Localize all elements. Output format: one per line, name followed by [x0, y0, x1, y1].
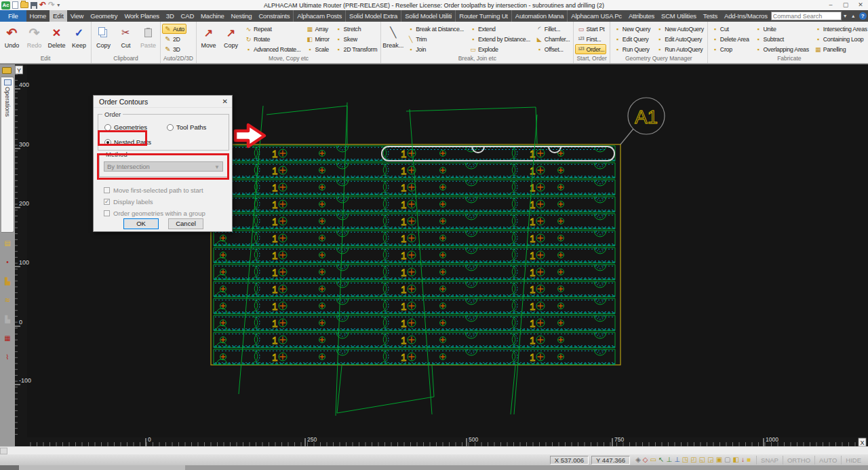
tab-file[interactable]: File: [0, 10, 26, 22]
panelling-button[interactable]: ▦Panelling: [812, 44, 868, 54]
view-tool-icon-10[interactable]: ◲: [707, 455, 713, 465]
tab-attributes[interactable]: Attributes: [625, 10, 658, 22]
radio-tool-paths[interactable]: Tool Paths: [167, 123, 206, 131]
help-icon[interactable]: ?: [859, 12, 867, 20]
view-tool-icon-3[interactable]: ▭: [650, 455, 656, 465]
view-tool-icon-8[interactable]: ◰: [690, 455, 696, 465]
cut-button[interactable]: ✂Cut: [115, 22, 137, 55]
tab-view[interactable]: View: [67, 10, 87, 22]
dialog-close-icon[interactable]: ✕: [222, 98, 228, 105]
unite-button[interactable]: ▪Unite: [753, 24, 811, 34]
delete-area-button[interactable]: ▪Delete Area: [709, 34, 751, 44]
sidebar-tool-icon-4[interactable]: ≋: [3, 296, 12, 305]
close-button[interactable]: ✕: [853, 0, 868, 10]
tab-solid-model-utiliti[interactable]: Solid Model Utiliti: [401, 10, 455, 22]
new-autoquery-button[interactable]: ▪New AutoQuery: [654, 24, 706, 34]
save-icon[interactable]: [31, 2, 37, 9]
extend-by-distance-button[interactable]: ▪Extend by Distance...: [467, 34, 532, 44]
scrollbar-left-box[interactable]: [0, 448, 7, 454]
overlapping-areas-button[interactable]: ▪Overlapping Areas: [753, 44, 811, 54]
tab-machine[interactable]: Machine: [197, 10, 228, 22]
run-query-button[interactable]: ▪Run Query: [612, 44, 652, 54]
search-dropdown-icon[interactable]: ▼: [843, 14, 848, 18]
repeat-button[interactable]: ∿Repeat: [243, 24, 302, 34]
rotate-button[interactable]: ↻Rotate: [243, 34, 302, 44]
extend-button[interactable]: ▪Extend: [467, 24, 532, 34]
chamfer-button[interactable]: ◣Chamfer...: [534, 34, 572, 44]
checkbox-order-within-group-box[interactable]: [104, 210, 110, 216]
2d-button[interactable]: ✎2D: [162, 34, 186, 44]
minimize-button[interactable]: –: [823, 0, 838, 10]
run-autoquery-button[interactable]: ▪Run AutoQuery: [654, 44, 706, 54]
view-tool-icon-14[interactable]: ↓: [741, 455, 745, 465]
collapse-ribbon-icon[interactable]: ▲: [849, 14, 858, 18]
method-dropdown[interactable]: By Intersection ▼: [104, 161, 223, 172]
view-tool-icon-4[interactable]: ↖: [658, 455, 664, 465]
break-at-distance-button[interactable]: ▪Break at Distance...: [405, 24, 466, 34]
checkbox-move-first-selected[interactable]: Move first-selected path to start: [104, 187, 203, 194]
redo-button[interactable]: ↷Redo: [23, 22, 45, 55]
view-tool-icon-15[interactable]: ■: [747, 455, 751, 465]
new-query-button[interactable]: ▪New Query: [612, 24, 652, 34]
fillet-button[interactable]: ◜Fillet...: [534, 24, 572, 34]
app-logo-icon[interactable]: Ac: [1, 1, 10, 9]
break-button[interactable]: ╲Break...: [382, 22, 404, 55]
view-tool-icon-6[interactable]: ⊥: [674, 455, 680, 465]
crop-button[interactable]: ▪Crop: [709, 44, 751, 54]
offset-button[interactable]: ▪Offset...: [534, 44, 572, 54]
first-button[interactable]: ¹²³First...: [575, 34, 606, 44]
tab-constraints[interactable]: Constraints: [255, 10, 293, 22]
edit-autoquery-button[interactable]: ▪Edit AutoQuery: [654, 34, 706, 44]
tab-add-ins-macros[interactable]: Add-Ins/Macros: [721, 10, 771, 22]
project-folder-icon[interactable]: [2, 67, 12, 74]
open-file-icon[interactable]: [20, 2, 28, 8]
sidebar-tool-icon-3[interactable]: ▙: [3, 277, 12, 286]
move-button[interactable]: ↗Move: [197, 22, 220, 55]
view-tool-icon-2[interactable]: ◇: [643, 455, 648, 465]
tab-tests[interactable]: Tests: [700, 10, 721, 22]
3d-button[interactable]: ✎3D: [162, 44, 186, 54]
trim-button[interactable]: ╲Trim: [405, 34, 466, 44]
order-button[interactable]: ¹²³Order...: [575, 44, 606, 54]
sidebar-tool-icon-6[interactable]: ▦: [3, 334, 12, 342]
toggle-snap[interactable]: SNAP: [756, 456, 783, 465]
view-tool-icon-9[interactable]: ◱: [699, 455, 705, 465]
tab-router-turning-ut[interactable]: Router Turning Ut: [455, 10, 511, 22]
tab-geometry[interactable]: Geometry: [87, 10, 121, 22]
command-search-input[interactable]: [771, 12, 842, 20]
explode-button[interactable]: ▭Explode: [467, 44, 532, 54]
radio-nested-parts-dot[interactable]: [104, 139, 111, 146]
paste-button[interactable]: Paste: [137, 22, 159, 55]
tab-alphacam-usa-pc[interactable]: Alphacam USA Pc: [567, 10, 625, 22]
checkbox-display-labels[interactable]: Display labels: [104, 198, 153, 205]
radio-geometries-dot[interactable]: [104, 124, 111, 131]
subtract-button[interactable]: ▪Subtract: [753, 34, 811, 44]
checkbox-move-first-selected-box[interactable]: [104, 187, 110, 193]
new-file-icon[interactable]: [12, 1, 18, 9]
tab-scm-utilities[interactable]: SCM Utilities: [658, 10, 700, 22]
horizontal-scrollbar[interactable]: [0, 446, 868, 454]
dialog-title-bar[interactable]: Order Contours ✕: [94, 96, 232, 108]
undo-button[interactable]: ↶Undo: [1, 22, 23, 55]
view-tool-icon-5[interactable]: ⊥: [666, 455, 672, 465]
toggle-hide[interactable]: HIDE: [841, 456, 865, 465]
ok-button[interactable]: OK: [123, 218, 159, 229]
operations-tab[interactable]: Operations: [1, 77, 14, 233]
array-button[interactable]: ▦Array: [304, 24, 331, 34]
cancel-button[interactable]: Cancel: [168, 218, 203, 229]
tab-work-planes[interactable]: Work Planes: [121, 10, 162, 22]
quick-access-dropdown-icon[interactable]: ▾: [57, 2, 60, 8]
mirror-button[interactable]: ◧Mirror: [304, 34, 331, 44]
restore-button[interactable]: ▢: [838, 0, 853, 10]
toggle-ortho[interactable]: ORTHO: [783, 456, 814, 465]
join-button[interactable]: ▪Join: [405, 44, 466, 54]
tab-solid-model-extra[interactable]: Solid Model Extra: [345, 10, 401, 22]
sidebar-tool-icon-7[interactable]: ⌇: [3, 353, 12, 361]
radio-geometries[interactable]: Geometries: [104, 123, 147, 131]
start-pt-button[interactable]: ▭Start Pt: [575, 24, 606, 34]
delete-button[interactable]: ✕Delete: [45, 22, 68, 55]
view-tool-icon-13[interactable]: ◧: [733, 455, 739, 465]
copy-button[interactable]: ↗Copy: [220, 22, 242, 55]
view-tool-icon-7[interactable]: ◳: [682, 455, 688, 465]
view-tool-icon-1[interactable]: ◈: [635, 455, 641, 465]
